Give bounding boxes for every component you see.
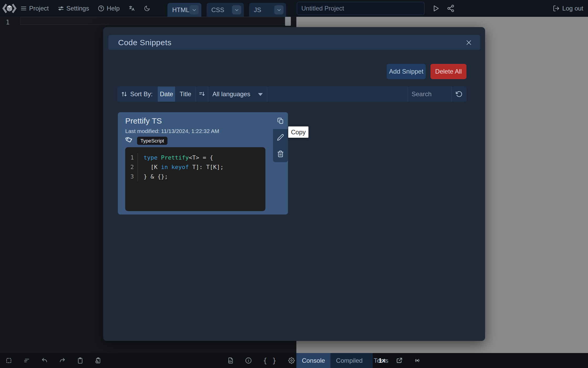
snippet-action-strip	[273, 112, 288, 162]
tab-css[interactable]: CSS	[207, 3, 244, 17]
file-link-icon[interactable]	[227, 357, 234, 364]
output-panel-tabs: Console Compiled Tests	[296, 353, 373, 368]
open-preview-icon[interactable]	[396, 357, 403, 364]
project-menu[interactable]: Project	[20, 5, 49, 12]
snippet-card: Prettify TS Last modified: 11/13/2024, 1…	[118, 112, 288, 214]
js-options-button[interactable]	[274, 5, 284, 14]
top-bar: Project Settings Help HTML CSS	[0, 0, 588, 17]
tab-js-label: JS	[254, 6, 261, 14]
clipboard-remove-icon[interactable]	[95, 357, 101, 364]
tab-html[interactable]: HTML	[167, 3, 201, 17]
info-icon[interactable]	[245, 357, 252, 364]
tab-js[interactable]: JS	[249, 3, 286, 17]
editor-toolbar	[6, 353, 101, 368]
app-logo-icon	[2, 3, 17, 14]
language-filter-label: All languages	[212, 90, 250, 98]
copy-snippet-button[interactable]	[273, 112, 288, 129]
settings-menu[interactable]: Settings	[58, 5, 89, 12]
editor-language-tabs: HTML CSS JS	[167, 3, 286, 17]
gear-icon[interactable]	[288, 357, 295, 364]
main-nav: Project Settings Help	[20, 0, 150, 17]
tab-css-label: CSS	[211, 6, 224, 14]
add-snippet-button[interactable]: Add Snippet	[387, 64, 426, 79]
help-circle-icon	[98, 5, 104, 12]
braces-icon[interactable]: { }	[263, 357, 277, 365]
code-line: 1type Prettify<T> = {	[125, 153, 265, 162]
tags-icon	[125, 135, 133, 144]
status-bar: { } Console Compiled Tests 1×	[0, 353, 588, 368]
help-menu-label: Help	[107, 5, 119, 12]
copy-icon	[277, 117, 284, 124]
chevron-down-icon	[192, 8, 197, 12]
sort-option-title[interactable]: Title	[175, 86, 196, 102]
tab-html-label: HTML	[172, 6, 189, 14]
snippet-title: Prettify TS	[125, 116, 162, 125]
editor-line-number: 1	[6, 19, 9, 26]
menu-icon	[20, 5, 27, 12]
copy-tooltip: Copy	[288, 126, 308, 138]
close-icon	[465, 39, 472, 46]
play-icon	[432, 4, 440, 12]
selection-box-icon[interactable]	[6, 357, 12, 364]
redo-icon[interactable]	[59, 357, 66, 364]
sort-option-date[interactable]: Date	[158, 86, 175, 102]
sort-by-label: Sort By:	[130, 90, 153, 98]
logout-label: Log out	[562, 5, 583, 12]
align-lines-icon[interactable]	[23, 357, 30, 364]
tab-compiled-label: Compiled	[336, 357, 363, 364]
clipboard-icon[interactable]	[77, 357, 83, 364]
snippet-search-input[interactable]	[408, 87, 452, 101]
css-options-button[interactable]	[232, 5, 241, 14]
divider	[267, 86, 267, 102]
app-root: Project Settings Help HTML CSS	[0, 0, 588, 368]
settings-menu-label: Settings	[66, 5, 89, 12]
modal-title: Code Snippets	[118, 38, 171, 47]
tab-console-label: Console	[302, 357, 325, 364]
delete-snippet-button[interactable]	[273, 146, 288, 162]
project-name-input[interactable]	[297, 2, 424, 15]
snippet-code-block: 1type Prettify<T> = {2 [K in keyof T]: T…	[125, 147, 265, 211]
modal-header: Code Snippets	[108, 35, 480, 50]
share-icon	[447, 4, 455, 12]
share-button[interactable]	[447, 4, 455, 12]
refresh-button[interactable]	[452, 86, 466, 102]
project-menu-label: Project	[29, 5, 49, 12]
html-options-button[interactable]	[190, 5, 199, 14]
broadcast-icon[interactable]	[414, 357, 421, 364]
pencil-icon	[277, 134, 284, 141]
run-button[interactable]	[432, 4, 440, 12]
code-line: 2 [K in keyof T]: T[K];	[125, 162, 265, 172]
edit-snippet-button[interactable]	[273, 129, 288, 146]
modal-close-button[interactable]	[465, 39, 473, 47]
editor-scrollbar[interactable]	[285, 17, 291, 26]
sort-arrows-icon	[121, 91, 128, 98]
language-tag-badge: TypeScript	[137, 137, 167, 145]
delete-all-button[interactable]: Delete All	[430, 64, 466, 79]
trash-icon	[277, 150, 284, 157]
speed-toggle[interactable]: 1×	[379, 353, 386, 368]
translate-icon[interactable]	[129, 5, 135, 12]
sort-direction-button[interactable]	[196, 86, 208, 102]
language-filter-dropdown[interactable]: All languages	[208, 90, 267, 98]
tab-compiled[interactable]: Compiled	[330, 353, 368, 368]
sort-descending-icon	[198, 91, 205, 98]
chevron-down-icon	[234, 8, 239, 12]
refresh-icon	[456, 91, 463, 98]
logout-button[interactable]: Log out	[553, 0, 583, 17]
code-snippets-modal: Code Snippets Add Snippet Delete All Sor…	[103, 27, 485, 341]
logout-icon	[553, 5, 560, 12]
undo-icon[interactable]	[41, 357, 48, 364]
snippet-filter-bar: Sort By: Date Title All languages	[117, 86, 466, 102]
code-line: 3} & {};	[125, 172, 265, 181]
theme-moon-icon[interactable]	[144, 5, 150, 12]
editor-active-line[interactable]	[20, 17, 285, 25]
help-menu[interactable]: Help	[98, 5, 119, 12]
sliders-icon	[58, 5, 64, 12]
chevron-down-icon	[277, 8, 281, 12]
caret-down-icon	[258, 93, 263, 96]
editor-tools: { }	[227, 353, 295, 368]
tab-console[interactable]: Console	[296, 353, 330, 368]
snippet-last-modified: Last modified: 11/13/2024, 1:22:32 AM	[125, 128, 219, 134]
